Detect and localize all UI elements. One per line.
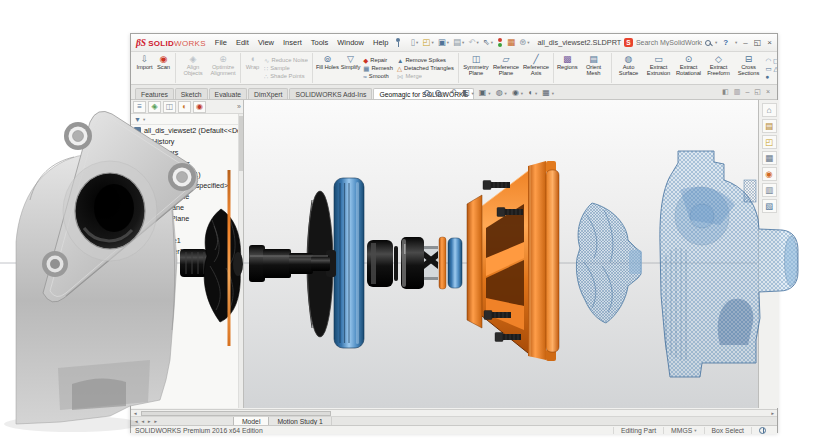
- zoom-to-area-button[interactable]: ▾: [435, 90, 445, 96]
- menu-file[interactable]: File: [215, 38, 227, 47]
- sketch-shapes-row3-button[interactable]: ●: [766, 73, 778, 80]
- pin-icon[interactable]: [395, 38, 402, 47]
- first-tab-button[interactable]: ◄: [134, 419, 138, 424]
- sketch-shapes-row1-button[interactable]: ◠ ▢: [766, 57, 778, 64]
- search-input[interactable]: [636, 39, 702, 46]
- horizontal-scrollbar[interactable]: ◄ ►: [131, 409, 777, 416]
- tree-scrollbar[interactable]: [238, 114, 243, 408]
- edit-appearance-dropdown-icon[interactable]: ▾: [535, 91, 537, 96]
- tree-item-extrude1[interactable]: Extrude1: [131, 235, 243, 246]
- menu-insert[interactable]: Insert: [283, 38, 302, 47]
- graphics-viewport[interactable]: [244, 100, 758, 408]
- doc-minimize-button[interactable]: –: [745, 88, 749, 96]
- tree-item-sensors[interactable]: Sensors: [131, 147, 243, 158]
- dimxpert-manager-tab[interactable]: ◐: [178, 101, 191, 113]
- extract-extrusion-button[interactable]: ▭Extract Extrusion: [644, 53, 674, 83]
- display-manager-tab[interactable]: ◉: [193, 101, 206, 113]
- save-file-button[interactable]: ▣▾: [437, 38, 450, 47]
- doc-new-window-button[interactable]: ◧: [722, 88, 729, 96]
- tab-sketch[interactable]: Sketch: [175, 88, 208, 99]
- display-style-dropdown-icon[interactable]: ▾: [505, 91, 507, 96]
- zoom-to-fit-button[interactable]: [424, 90, 430, 96]
- search-box[interactable]: S ▾: [624, 38, 717, 47]
- globe-icon[interactable]: [759, 427, 766, 434]
- property-manager-tab[interactable]: ◈: [148, 101, 161, 113]
- open-file-dropdown-icon[interactable]: ▾: [431, 40, 433, 45]
- view-settings-button[interactable]: ▦▾: [542, 89, 554, 97]
- section-view-dropdown-icon[interactable]: ▾: [472, 91, 474, 96]
- forum-tab[interactable]: ▧: [762, 199, 777, 213]
- open-file-button[interactable]: ◰▾: [421, 38, 434, 47]
- previous-view-button[interactable]: ↶: [450, 89, 457, 97]
- remove-spikes-button[interactable]: ▲Remove Spikes: [397, 57, 454, 64]
- feature-manager-tab[interactable]: ≡: [133, 101, 146, 113]
- zoom-to-area-dropdown-icon[interactable]: ▾: [443, 91, 445, 96]
- design-library-tab[interactable]: ▤: [762, 119, 777, 133]
- rebuild-button[interactable]: [496, 38, 504, 47]
- tab-motion-study-1[interactable]: Motion Study 1: [269, 417, 331, 425]
- doc-tile-button[interactable]: ▥: [734, 88, 741, 96]
- tree-item-top-plane[interactable]: Top Plane: [131, 202, 243, 213]
- print-button[interactable]: ▤▾: [452, 38, 465, 47]
- tree-item-history[interactable]: History: [131, 136, 243, 147]
- doc-restore-button[interactable]: ◱: [754, 88, 761, 96]
- select-dropdown-icon[interactable]: ▾: [491, 40, 493, 45]
- hide-show-items-button[interactable]: ◉▾: [512, 89, 523, 97]
- tab-features[interactable]: Features: [135, 88, 174, 99]
- save-file-dropdown-icon[interactable]: ▾: [447, 40, 449, 45]
- menu-view[interactable]: View: [258, 38, 274, 47]
- auto-surface-button[interactable]: ◍Auto Surface: [614, 53, 644, 83]
- import-button[interactable]: ⇩Import: [135, 53, 154, 83]
- regions-button[interactable]: ▩Regions: [556, 53, 579, 83]
- symmetry-plane-button[interactable]: ◫Symmetry Plane: [461, 53, 491, 83]
- simplify-button[interactable]: ▽Simplify: [340, 53, 362, 83]
- extract-rotational-button[interactable]: ⊙Extract Rotational: [674, 53, 704, 83]
- cross-sections-button[interactable]: ⊟Cross Sections: [734, 53, 764, 83]
- close-button[interactable]: ×: [767, 38, 772, 47]
- file-explorer-tab[interactable]: ◰: [762, 135, 777, 149]
- tree-item-solid-bodies[interactable]: Solid Bodies(1): [131, 169, 243, 180]
- menu-window[interactable]: Window: [337, 38, 364, 47]
- next-tab-button[interactable]: ►: [147, 419, 151, 424]
- tab-solidworks-add-ins[interactable]: SOLIDWORKS Add-Ins: [289, 88, 372, 99]
- tree-item-origin[interactable]: Origin: [131, 224, 243, 235]
- undo-dropdown-icon[interactable]: ▾: [476, 40, 478, 45]
- extract-freeform-button[interactable]: ◇Extract Freeform: [704, 53, 734, 83]
- help-dropdown-icon[interactable]: ▾: [735, 40, 737, 45]
- tree-item-material[interactable]: Material <not specified>: [131, 180, 243, 191]
- filter-icon[interactable]: ▼: [134, 116, 141, 123]
- prev-tab-button[interactable]: ◄: [140, 419, 144, 424]
- remesh-button[interactable]: ▦Remesh: [363, 65, 393, 72]
- view-orientation-button[interactable]: ▣▾: [479, 89, 491, 97]
- tree-item-root[interactable]: all_dis_viewset2 (Default<<Default>_Di: [131, 125, 243, 136]
- restore-button[interactable]: ◱: [754, 38, 762, 47]
- new-file-dropdown-icon[interactable]: ▾: [416, 40, 418, 45]
- scroll-right-icon[interactable]: ►: [769, 411, 777, 416]
- tab-evaluate[interactable]: Evaluate: [209, 88, 247, 99]
- repair-button[interactable]: ◆Repair: [363, 57, 393, 64]
- reference-plane-button[interactable]: ▱Reference Plane: [491, 53, 521, 83]
- view-settings-dropdown-icon[interactable]: ▾: [552, 91, 554, 96]
- hide-show-items-dropdown-icon[interactable]: ▾: [521, 91, 523, 96]
- minimize-button[interactable]: –: [743, 38, 747, 47]
- search-icon[interactable]: [705, 40, 711, 46]
- tree-scrollbar-thumb[interactable]: [239, 116, 243, 171]
- units-selector[interactable]: MMGS▾: [663, 427, 703, 434]
- undo-button[interactable]: ↶▾: [467, 38, 479, 47]
- filter-dropdown-icon[interactable]: ▾: [143, 117, 145, 122]
- manager-tabs-overflow-icon[interactable]: »: [237, 103, 241, 110]
- fill-holes-button[interactable]: ⊚Fill Holes: [315, 53, 340, 83]
- display-style-button[interactable]: ◍▾: [496, 89, 507, 97]
- file-properties-dropdown-icon[interactable]: ▾: [527, 40, 529, 45]
- file-properties-button[interactable]: ⊛▾: [518, 38, 530, 47]
- scroll-left-icon[interactable]: ◄: [131, 411, 139, 416]
- sketch-shapes-row2-button[interactable]: ▭ △: [766, 65, 778, 72]
- scan-button[interactable]: ◉Scan: [154, 53, 173, 83]
- view-orientation-dropdown-icon[interactable]: ▾: [488, 91, 490, 96]
- tree-item-right-plane[interactable]: Right Plane: [131, 213, 243, 224]
- new-file-button[interactable]: ▯▾: [409, 38, 419, 47]
- print-dropdown-icon[interactable]: ▾: [462, 40, 464, 45]
- search-dropdown-icon[interactable]: ▾: [715, 40, 717, 45]
- edit-appearance-button[interactable]: ◐▾: [528, 89, 537, 97]
- menu-tools[interactable]: Tools: [311, 38, 329, 47]
